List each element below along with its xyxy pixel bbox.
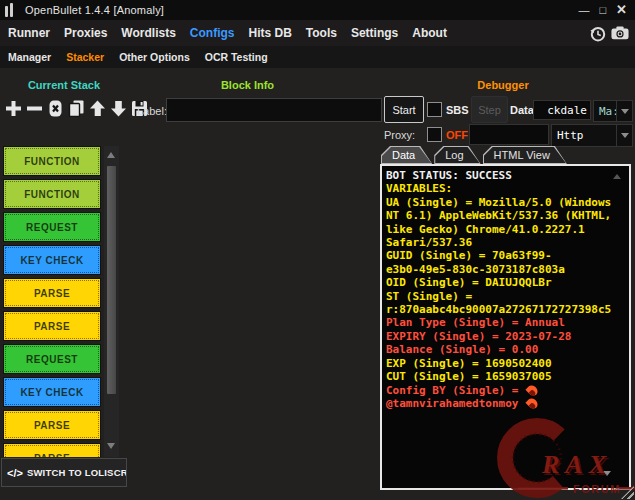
stack-block-function[interactable]: FUNCTION xyxy=(3,179,101,209)
proxy-checkbox[interactable] xyxy=(427,127,442,142)
stack-block-label: FUNCTION xyxy=(24,189,80,200)
minimize-icon[interactable]: — xyxy=(578,5,589,15)
proxy-off-badge: OFF xyxy=(446,129,468,141)
window-title: OpenBullet 1.4.4 [Anomaly] xyxy=(25,4,164,16)
clone-block-icon[interactable] xyxy=(67,99,85,117)
stack-block-label: REQUEST xyxy=(26,354,78,365)
stack-blocks: FUNCTIONFUNCTIONREQUESTKEY CHECKPARSEPAR… xyxy=(3,146,101,457)
mode-value: Ma: xyxy=(594,105,616,118)
menu-item-wordlists[interactable]: Wordlists xyxy=(121,26,175,40)
code-icon: </> xyxy=(7,467,23,479)
tab-html-view[interactable]: HTML View xyxy=(483,146,567,164)
debug-data-input[interactable] xyxy=(533,100,591,120)
debug-tabs: DataLogHTML View xyxy=(381,146,567,164)
stack-block-parse[interactable]: PARSE xyxy=(3,410,101,440)
menu-item-hits-db[interactable]: Hits DB xyxy=(248,26,291,40)
remove-block-icon[interactable] xyxy=(25,99,43,117)
block-label-input[interactable] xyxy=(166,98,382,122)
log-line: Balance (Single) = 0.00 xyxy=(386,343,627,356)
stack-scrollbar[interactable] xyxy=(104,146,119,457)
log-line: VARIABLES: xyxy=(386,182,627,195)
menu-item-configs[interactable]: Configs xyxy=(190,26,235,40)
log-line: CUT (Single) = 1659037005 xyxy=(386,370,627,383)
stack-block-label: KEY CHECK xyxy=(20,387,83,398)
log-line: @tamnvirahamedtonmoy xyxy=(386,397,627,410)
submenu-item-manager[interactable]: Manager xyxy=(8,51,51,63)
menu-item-runner[interactable]: Runner xyxy=(8,26,50,40)
tab-data[interactable]: Data xyxy=(381,146,432,164)
close-icon[interactable]: ✕ xyxy=(616,5,627,15)
titlebar: OpenBullet 1.4.4 [Anomaly] — □ ✕ xyxy=(0,0,635,20)
fire-icon xyxy=(528,398,537,409)
fire-icon xyxy=(528,385,537,396)
scrollbar-thumb[interactable] xyxy=(107,166,116,394)
history-clock-icon[interactable] xyxy=(588,24,606,42)
debugger-title: Debugger xyxy=(450,79,556,91)
log-line: NT 6.1) AppleWebKit/537.36 (KHTML, xyxy=(386,209,627,222)
log-line: EXPIRY (Single) = 2023-07-28 xyxy=(386,330,627,343)
sbs-label: SBS xyxy=(446,104,469,116)
stack-block-parse[interactable]: PARSE xyxy=(3,311,101,341)
sbs-checkbox[interactable] xyxy=(427,102,442,117)
menu-item-tools[interactable]: Tools xyxy=(306,26,337,40)
openbullet-logo-icon xyxy=(5,3,13,17)
stack-block-label: PARSE xyxy=(34,453,70,458)
scroll-up-icon[interactable] xyxy=(613,174,621,179)
maximize-icon[interactable]: □ xyxy=(599,5,606,15)
scroll-down-icon[interactable] xyxy=(107,443,115,449)
menu-item-settings[interactable]: Settings xyxy=(351,26,398,40)
chevron-down-icon xyxy=(616,125,632,146)
proxy-caption: Proxy: xyxy=(384,129,415,141)
stack-block-label: PARSE xyxy=(34,420,70,431)
chevron-down-icon xyxy=(616,101,632,121)
stack-block-key-check[interactable]: KEY CHECK xyxy=(3,245,101,275)
stack-block-key-check[interactable]: KEY CHECK xyxy=(3,377,101,407)
proxy-type-value: Http xyxy=(552,129,616,142)
log-line: UA (Single) = Mozilla/5.0 (Windows xyxy=(386,196,627,209)
scroll-up-icon[interactable] xyxy=(107,152,115,158)
proxy-input[interactable] xyxy=(469,124,549,145)
menu-items: RunnerProxiesWordlistsConfigsHits DBTool… xyxy=(0,26,447,40)
debug-output-panel: BOT STATUS: SUCCESSVARIABLES:UA (Single)… xyxy=(380,164,631,490)
submenu-item-stacker[interactable]: Stacker xyxy=(66,51,104,63)
stack-block-label: PARSE xyxy=(34,321,70,332)
log-line: OID (Single) = DAIUJQQLBr xyxy=(386,276,627,289)
debug-log: BOT STATUS: SUCCESSVARIABLES:UA (Single)… xyxy=(382,166,629,410)
stack-block-label: KEY CHECK xyxy=(20,255,83,266)
log-line: Safari/537.36 xyxy=(386,236,627,249)
stack-block-label: PARSE xyxy=(34,288,70,299)
menu-item-proxies[interactable]: Proxies xyxy=(64,26,107,40)
current-stack-title: Current Stack xyxy=(8,79,120,91)
log-line: GUID (Single) = 70a63f99- xyxy=(386,249,627,262)
block-info-title: Block Info xyxy=(190,79,305,91)
stack-block-request[interactable]: REQUEST xyxy=(3,344,101,374)
log-line: Config BY (Single) = xyxy=(386,384,627,397)
move-up-icon[interactable] xyxy=(88,99,106,117)
log-line: ST (Single) = xyxy=(386,290,627,303)
tab-log[interactable]: Log xyxy=(434,146,480,164)
move-down-icon[interactable] xyxy=(109,99,127,117)
stack-block-function[interactable]: FUNCTION xyxy=(3,146,101,176)
submenu-item-ocr-testing[interactable]: OCR Testing xyxy=(205,51,268,63)
camera-icon[interactable] xyxy=(611,24,629,42)
scroll-down-icon[interactable] xyxy=(603,471,611,476)
submenu-item-other-options[interactable]: Other Options xyxy=(119,51,190,63)
delete-block-icon[interactable] xyxy=(46,99,64,117)
add-block-icon[interactable] xyxy=(4,99,22,117)
menubar: RunnerProxiesWordlistsConfigsHits DBTool… xyxy=(0,20,635,46)
label-caption: Label: xyxy=(137,105,167,117)
switch-to-loliscript-button[interactable]: </> SWITCH TO LOLISCRI xyxy=(1,458,127,487)
start-button[interactable]: Start xyxy=(384,96,424,123)
menu-item-about[interactable]: About xyxy=(412,26,447,40)
log-line: BOT STATUS: SUCCESS xyxy=(386,169,627,182)
proxy-type-combobox[interactable]: Http xyxy=(551,124,633,147)
stack-block-label: REQUEST xyxy=(26,222,78,233)
stack-toolbar xyxy=(4,99,148,117)
stack-block-parse[interactable]: PARSE xyxy=(3,443,101,457)
stack-block-parse[interactable]: PARSE xyxy=(3,278,101,308)
mode-combobox[interactable]: Ma: xyxy=(593,100,633,122)
stack-block-request[interactable]: REQUEST xyxy=(3,212,101,242)
submenu: ManagerStackerOther OptionsOCR Testing xyxy=(0,46,635,68)
log-line: r:870aabc4bc90007a27267172727398c5 xyxy=(386,303,627,316)
step-button[interactable]: Step xyxy=(471,96,508,123)
